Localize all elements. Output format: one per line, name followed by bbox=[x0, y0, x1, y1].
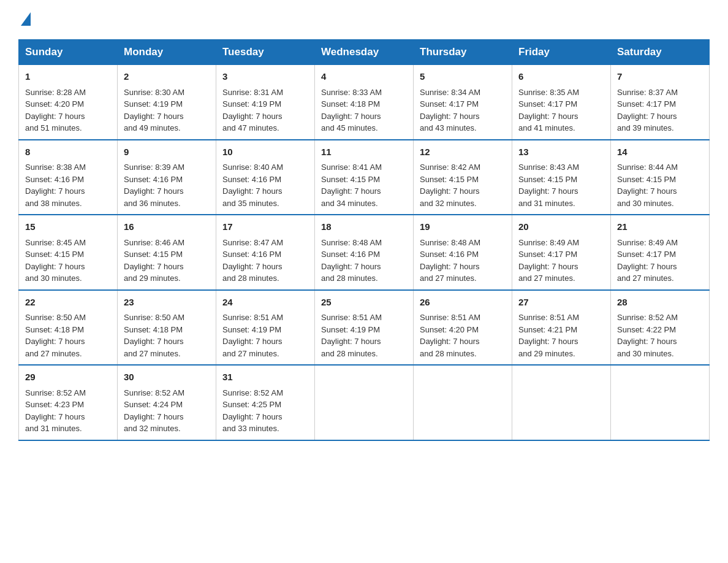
table-row: 24Sunrise: 8:51 AMSunset: 4:19 PMDayligh… bbox=[216, 290, 315, 366]
day-number: 13 bbox=[518, 145, 604, 159]
table-row: 6Sunrise: 8:35 AMSunset: 4:17 PMDaylight… bbox=[512, 65, 611, 140]
calendar-header: Sunday Monday Tuesday Wednesday Thursday… bbox=[19, 40, 710, 65]
day-number: 22 bbox=[25, 296, 111, 310]
logo-triangle-icon bbox=[21, 12, 31, 26]
day-number: 3 bbox=[222, 70, 308, 84]
day-info-block: Sunrise: 8:48 AMSunset: 4:16 PMDaylight:… bbox=[420, 238, 480, 283]
day-info-block: Sunrise: 8:35 AMSunset: 4:17 PMDaylight:… bbox=[518, 88, 579, 133]
day-info-block: Sunrise: 8:42 AMSunset: 4:15 PMDaylight:… bbox=[420, 163, 480, 208]
day-number: 30 bbox=[124, 370, 210, 385]
day-info-block: Sunrise: 8:49 AMSunset: 4:17 PMDaylight:… bbox=[617, 238, 678, 283]
table-row: 28Sunrise: 8:52 AMSunset: 4:22 PMDayligh… bbox=[611, 290, 710, 366]
day-number: 21 bbox=[617, 220, 703, 234]
day-info-block: Sunrise: 8:33 AMSunset: 4:18 PMDaylight:… bbox=[321, 88, 382, 133]
table-row: 20Sunrise: 8:49 AMSunset: 4:17 PMDayligh… bbox=[512, 215, 611, 290]
calendar-week-5: 29Sunrise: 8:52 AMSunset: 4:23 PMDayligh… bbox=[19, 365, 710, 440]
day-number: 2 bbox=[124, 70, 210, 84]
day-info-block: Sunrise: 8:39 AMSunset: 4:16 PMDaylight:… bbox=[124, 163, 184, 208]
header-tuesday: Tuesday bbox=[216, 40, 315, 65]
day-info-block: Sunrise: 8:47 AMSunset: 4:16 PMDaylight:… bbox=[222, 238, 283, 283]
day-number: 9 bbox=[124, 145, 210, 159]
day-number: 29 bbox=[25, 370, 111, 385]
day-info-block: Sunrise: 8:40 AMSunset: 4:16 PMDaylight:… bbox=[222, 163, 283, 208]
day-info-block: Sunrise: 8:30 AMSunset: 4:19 PMDaylight:… bbox=[124, 88, 184, 133]
day-info-block: Sunrise: 8:51 AMSunset: 4:20 PMDaylight:… bbox=[420, 313, 480, 358]
calendar-table: Sunday Monday Tuesday Wednesday Thursday… bbox=[18, 39, 710, 441]
table-row: 1Sunrise: 8:28 AMSunset: 4:20 PMDaylight… bbox=[19, 65, 118, 140]
table-row: 25Sunrise: 8:51 AMSunset: 4:19 PMDayligh… bbox=[315, 290, 414, 366]
table-row: 29Sunrise: 8:52 AMSunset: 4:23 PMDayligh… bbox=[19, 365, 118, 440]
day-info-block: Sunrise: 8:49 AMSunset: 4:17 PMDaylight:… bbox=[518, 238, 579, 283]
day-info-block: Sunrise: 8:52 AMSunset: 4:22 PMDaylight:… bbox=[617, 313, 678, 358]
day-number: 15 bbox=[25, 220, 111, 234]
day-info-block: Sunrise: 8:28 AMSunset: 4:20 PMDaylight:… bbox=[25, 88, 86, 133]
day-number: 26 bbox=[420, 296, 506, 310]
table-row: 11Sunrise: 8:41 AMSunset: 4:15 PMDayligh… bbox=[315, 140, 414, 215]
day-number: 11 bbox=[321, 145, 407, 159]
day-info-block: Sunrise: 8:52 AMSunset: 4:25 PMDaylight:… bbox=[222, 388, 283, 434]
calendar-week-4: 22Sunrise: 8:50 AMSunset: 4:18 PMDayligh… bbox=[19, 290, 710, 366]
header-thursday: Thursday bbox=[414, 40, 512, 65]
day-number: 7 bbox=[617, 70, 703, 84]
header-wednesday: Wednesday bbox=[315, 40, 414, 65]
header-friday: Friday bbox=[512, 40, 611, 65]
table-row: 10Sunrise: 8:40 AMSunset: 4:16 PMDayligh… bbox=[216, 140, 315, 215]
day-info-block: Sunrise: 8:52 AMSunset: 4:24 PMDaylight:… bbox=[124, 388, 184, 434]
table-row: 3Sunrise: 8:31 AMSunset: 4:19 PMDaylight… bbox=[216, 65, 315, 140]
day-number: 17 bbox=[222, 220, 308, 234]
table-row: 31Sunrise: 8:52 AMSunset: 4:25 PMDayligh… bbox=[216, 365, 315, 440]
page-header bbox=[18, 12, 710, 27]
day-number: 1 bbox=[25, 70, 111, 84]
table-row: 9Sunrise: 8:39 AMSunset: 4:16 PMDaylight… bbox=[118, 140, 216, 215]
day-info-block: Sunrise: 8:31 AMSunset: 4:19 PMDaylight:… bbox=[222, 88, 283, 133]
header-sunday: Sunday bbox=[19, 40, 118, 65]
table-row: 4Sunrise: 8:33 AMSunset: 4:18 PMDaylight… bbox=[315, 65, 414, 140]
logo bbox=[18, 12, 31, 27]
table-row: 19Sunrise: 8:48 AMSunset: 4:16 PMDayligh… bbox=[414, 215, 512, 290]
table-row bbox=[611, 365, 710, 440]
day-info-block: Sunrise: 8:50 AMSunset: 4:18 PMDaylight:… bbox=[25, 313, 86, 358]
day-info-block: Sunrise: 8:38 AMSunset: 4:16 PMDaylight:… bbox=[25, 163, 86, 208]
day-info-block: Sunrise: 8:44 AMSunset: 4:15 PMDaylight:… bbox=[617, 163, 678, 208]
day-info-block: Sunrise: 8:48 AMSunset: 4:16 PMDaylight:… bbox=[321, 238, 382, 283]
calendar-week-1: 1Sunrise: 8:28 AMSunset: 4:20 PMDaylight… bbox=[19, 65, 710, 140]
table-row: 21Sunrise: 8:49 AMSunset: 4:17 PMDayligh… bbox=[611, 215, 710, 290]
table-row: 5Sunrise: 8:34 AMSunset: 4:17 PMDaylight… bbox=[414, 65, 512, 140]
day-number: 18 bbox=[321, 220, 407, 234]
calendar-body: 1Sunrise: 8:28 AMSunset: 4:20 PMDaylight… bbox=[19, 65, 710, 440]
day-info-block: Sunrise: 8:51 AMSunset: 4:19 PMDaylight:… bbox=[321, 313, 382, 358]
table-row: 27Sunrise: 8:51 AMSunset: 4:21 PMDayligh… bbox=[512, 290, 611, 366]
table-row: 16Sunrise: 8:46 AMSunset: 4:15 PMDayligh… bbox=[118, 215, 216, 290]
day-info-block: Sunrise: 8:37 AMSunset: 4:17 PMDaylight:… bbox=[617, 88, 678, 133]
day-number: 8 bbox=[25, 145, 111, 159]
table-row: 7Sunrise: 8:37 AMSunset: 4:17 PMDaylight… bbox=[611, 65, 710, 140]
header-saturday: Saturday bbox=[611, 40, 710, 65]
day-info-block: Sunrise: 8:50 AMSunset: 4:18 PMDaylight:… bbox=[124, 313, 184, 358]
day-number: 14 bbox=[617, 145, 703, 159]
calendar-week-2: 8Sunrise: 8:38 AMSunset: 4:16 PMDaylight… bbox=[19, 140, 710, 215]
day-number: 24 bbox=[222, 296, 308, 310]
day-number: 16 bbox=[124, 220, 210, 234]
table-row: 2Sunrise: 8:30 AMSunset: 4:19 PMDaylight… bbox=[118, 65, 216, 140]
day-info-block: Sunrise: 8:46 AMSunset: 4:15 PMDaylight:… bbox=[124, 238, 184, 283]
day-number: 27 bbox=[518, 296, 604, 310]
day-number: 31 bbox=[222, 370, 308, 385]
table-row bbox=[512, 365, 611, 440]
table-row bbox=[414, 365, 512, 440]
day-info-block: Sunrise: 8:34 AMSunset: 4:17 PMDaylight:… bbox=[420, 88, 480, 133]
table-row: 23Sunrise: 8:50 AMSunset: 4:18 PMDayligh… bbox=[118, 290, 216, 366]
table-row: 13Sunrise: 8:43 AMSunset: 4:15 PMDayligh… bbox=[512, 140, 611, 215]
day-info-block: Sunrise: 8:43 AMSunset: 4:15 PMDaylight:… bbox=[518, 163, 579, 208]
day-number: 10 bbox=[222, 145, 308, 159]
day-info-block: Sunrise: 8:41 AMSunset: 4:15 PMDaylight:… bbox=[321, 163, 382, 208]
day-number: 4 bbox=[321, 70, 407, 84]
day-info-block: Sunrise: 8:51 AMSunset: 4:19 PMDaylight:… bbox=[222, 313, 283, 358]
table-row bbox=[315, 365, 414, 440]
day-number: 19 bbox=[420, 220, 506, 234]
table-row: 22Sunrise: 8:50 AMSunset: 4:18 PMDayligh… bbox=[19, 290, 118, 366]
table-row: 14Sunrise: 8:44 AMSunset: 4:15 PMDayligh… bbox=[611, 140, 710, 215]
day-number: 20 bbox=[518, 220, 604, 234]
table-row: 26Sunrise: 8:51 AMSunset: 4:20 PMDayligh… bbox=[414, 290, 512, 366]
table-row: 12Sunrise: 8:42 AMSunset: 4:15 PMDayligh… bbox=[414, 140, 512, 215]
table-row: 8Sunrise: 8:38 AMSunset: 4:16 PMDaylight… bbox=[19, 140, 118, 215]
